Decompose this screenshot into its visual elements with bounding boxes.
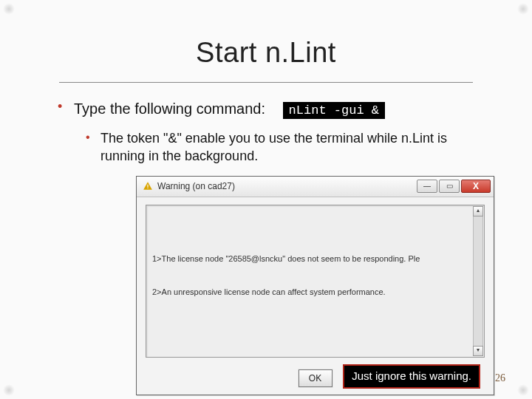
page-title: Start n.Lint <box>44 37 488 69</box>
dialog-body: 1>The license node "26585@lsncku" does n… <box>137 197 494 365</box>
dialog-title: Warning (on cad27) <box>157 180 415 192</box>
dialog-titlebar: Warning (on cad27) — ▭ X <box>137 177 494 197</box>
sub-bullet-text: The token "&" enable you to use the term… <box>100 131 447 163</box>
maximize-button[interactable]: ▭ <box>439 180 460 193</box>
command-box: nLint -gui & <box>283 102 385 119</box>
ok-button[interactable]: OK <box>299 369 332 387</box>
callout-label: Just ignore this warning. <box>343 364 480 388</box>
dialog-footer: OK Just ignore this warning. <box>137 365 494 395</box>
scroll-track[interactable] <box>473 216 483 346</box>
page-number: 26 <box>495 372 505 384</box>
svg-rect-1 <box>147 188 148 188</box>
close-button[interactable]: X <box>461 180 491 193</box>
window-buttons: — ▭ X <box>415 180 491 193</box>
warning-icon <box>143 181 153 191</box>
scroll-down-icon[interactable]: ▾ <box>473 346 483 356</box>
bullet-item: Type the following command: nLint -gui &… <box>74 99 488 395</box>
message-box: 1>The license node "26585@lsncku" does n… <box>146 205 485 358</box>
slide: Start n.Lint Type the following command:… <box>0 0 532 399</box>
scrollbar[interactable]: ▴ ▾ <box>473 206 483 356</box>
scroll-up-icon[interactable]: ▴ <box>473 206 483 216</box>
svg-rect-0 <box>147 185 148 188</box>
sub-bullet-list: The token "&" enable you to use the term… <box>74 129 488 395</box>
message-line: 1>The license node "26585@lsncku" does n… <box>152 253 466 265</box>
sub-bullet-item: The token "&" enable you to use the term… <box>100 129 488 395</box>
warning-dialog: Warning (on cad27) — ▭ X 1>The license n… <box>136 176 494 395</box>
bullet-list: Type the following command: nLint -gui &… <box>44 99 488 395</box>
minimize-button[interactable]: — <box>417 180 437 193</box>
bullet-text: Type the following command: <box>74 100 265 117</box>
title-underline <box>59 82 473 83</box>
message-line: 2>An unresponsive license node can affec… <box>152 287 466 298</box>
